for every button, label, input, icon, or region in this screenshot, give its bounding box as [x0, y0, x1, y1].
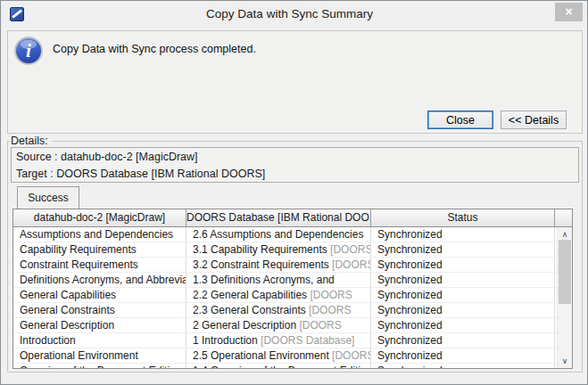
cell-target-suffix: [DOORS — [309, 304, 351, 316]
info-icon-glyph: i — [26, 40, 31, 61]
cell-target: 3.1 Capability Requirements [DOORS — [186, 242, 371, 257]
window-title: Copy Data with Sync Summary — [46, 7, 534, 20]
cell-target-suffix: [DOORS — [332, 258, 371, 271]
close-button[interactable]: Close — [427, 111, 493, 129]
cell-source: General Constraints — [13, 303, 186, 317]
header-filler — [555, 209, 572, 227]
table-row[interactable]: General Capabilities2.2 General Capabili… — [13, 288, 557, 303]
app-icon — [10, 7, 24, 21]
table-row[interactable]: Constraint Requirements3.2 Constraint Re… — [13, 258, 557, 273]
cell-target: 1.4 Overview of the Document Editi... — [186, 364, 371, 368]
cell-source: Assumptions and Dependencies — [13, 227, 186, 242]
cell-target-suffix: [DOORS Database] — [261, 334, 354, 347]
cell-status: Synchronized — [371, 364, 555, 368]
cell-source: General Capabilities — [13, 288, 186, 302]
cell-target: 2.2 General Capabilities [DOORS — [186, 288, 371, 302]
vertical-scrollbar[interactable]: ∧ ∨ — [557, 227, 572, 368]
cell-source: General Description — [13, 318, 186, 332]
cell-status: Synchronized — [371, 348, 555, 363]
cell-status: Synchronized — [371, 318, 555, 332]
cell-status: Synchronized — [371, 288, 555, 302]
cell-source: Overview of the Document Editi... — [13, 364, 186, 368]
cell-target: 2.5 Operational Environment [DOORS — [186, 348, 371, 363]
table-body: Assumptions and Dependencies2.6 Assumpti… — [13, 227, 557, 368]
cell-status: Synchronized — [371, 242, 555, 257]
cell-status: Synchronized — [371, 258, 555, 272]
source-target-panel: Source : datahub-doc-2 [MagicDraw] Targe… — [11, 147, 579, 183]
cell-target: 2.6 Assumptions and Dependencies — [186, 227, 371, 242]
cell-target: 3.2 Constraint Requirements [DOORS — [186, 258, 371, 272]
info-icon: i — [14, 37, 43, 65]
table-row[interactable]: Assumptions and Dependencies2.6 Assumpti… — [13, 227, 557, 242]
cell-target: 1 Introduction [DOORS Database] — [186, 333, 371, 348]
table-row[interactable]: General Description2 General Description… — [13, 318, 557, 333]
cell-status: Synchronized — [371, 227, 555, 242]
close-icon: × — [565, 4, 572, 19]
scroll-down-icon[interactable]: ∨ — [558, 355, 572, 367]
target-line: Target : DOORS Database [IBM Rational DO… — [16, 166, 574, 183]
table-row[interactable]: Operational Environment2.5 Operational E… — [13, 348, 557, 364]
table-row[interactable]: General Constraints2.3 General Constrain… — [13, 303, 557, 318]
results-table: datahub-doc-2 [MagicDraw]DOORS Database … — [12, 209, 573, 369]
cell-source: Capability Requirements — [13, 242, 186, 257]
cell-target: 1.3 Definitions Acronyms, and — [186, 273, 371, 287]
cell-target-suffix: [DOORS — [330, 243, 371, 256]
cell-source: Definitions Acronyms, and Abbreviat... — [13, 273, 186, 287]
table-row[interactable]: Capability Requirements3.1 Capability Re… — [13, 242, 557, 258]
scrollbar-thumb[interactable] — [559, 240, 571, 304]
cell-target-suffix: [DOORS — [299, 319, 341, 332]
titlebar[interactable]: Copy Data with Sync Summary × — [1, 1, 587, 28]
cell-source: Constraint Requirements — [13, 258, 186, 272]
source-line: Source : datahub-doc-2 [MagicDraw] — [16, 149, 574, 166]
message-text: Copy Data with Sync process completed. — [53, 43, 256, 55]
header-cell[interactable]: Status — [371, 209, 555, 227]
cell-target: 2.3 General Constraints [DOORS — [186, 303, 371, 317]
table-row[interactable]: Definitions Acronyms, and Abbreviat...1.… — [13, 273, 557, 288]
details-group-label: Details: — [10, 135, 52, 147]
cell-source: Operational Environment — [13, 348, 186, 363]
dialog-window: Copy Data with Sync Summary × i Copy Dat… — [0, 0, 588, 385]
table-header: datahub-doc-2 [MagicDraw]DOORS Database … — [13, 209, 572, 227]
cell-source: Introduction — [13, 333, 186, 348]
details-toggle-button[interactable]: << Details — [501, 111, 567, 129]
header-cell[interactable]: DOORS Database [IBM Rational DOO... — [186, 209, 371, 227]
scroll-up-icon[interactable]: ∧ — [558, 228, 572, 241]
cell-target: 2 General Description [DOORS — [186, 318, 371, 332]
table-row[interactable]: Overview of the Document Editi...1.4 Ove… — [13, 364, 557, 368]
cell-status: Synchronized — [371, 333, 555, 348]
header-cell[interactable]: datahub-doc-2 [MagicDraw] — [13, 209, 186, 227]
table-row[interactable]: Introduction1 Introduction [DOORS Databa… — [13, 333, 557, 348]
window-close-button[interactable]: × — [555, 3, 583, 21]
cell-target-suffix: [DOORS — [332, 349, 371, 362]
cell-status: Synchronized — [371, 273, 555, 287]
tab-success[interactable]: Success — [17, 186, 79, 209]
cell-target-suffix: [DOORS — [310, 289, 352, 301]
cell-status: Synchronized — [371, 303, 555, 317]
